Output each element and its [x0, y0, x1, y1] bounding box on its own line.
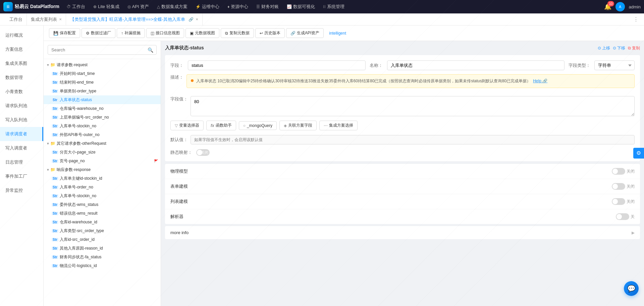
- breadcrumb-detail-close[interactable]: ✕: [196, 17, 198, 21]
- func-helper-button[interactable]: fx 函数助手: [206, 121, 236, 130]
- tree-node-end-time[interactable]: Str 结束时间-end_time: [44, 78, 161, 87]
- sidebar-write-scheduler-label: 写入调度者: [5, 145, 27, 151]
- sidebar-item-xiaoming[interactable]: 小青查数: [0, 85, 43, 99]
- breadcrumb-solution-close[interactable]: ✕: [59, 17, 62, 21]
- parser-toggle[interactable]: [616, 213, 629, 220]
- breadcrumb-solution-list[interactable]: 集成方案列表 ✕: [27, 13, 66, 26]
- remedy-button[interactable]: ↑ 补漏措施: [117, 28, 145, 38]
- tree-node-start-time[interactable]: Str 开始时间-start_time: [44, 69, 161, 78]
- nav-ops[interactable]: ⚡ 运维中心: [192, 2, 223, 11]
- move-up-button[interactable]: ⊙ 上移: [598, 45, 610, 51]
- nav-lite-label: Lite 轻集成: [98, 4, 119, 10]
- sidebar-item-run-overview[interactable]: 运行概况: [0, 28, 43, 42]
- user-avatar[interactable]: A: [615, 2, 625, 11]
- nav-workbench[interactable]: ⏱ 工作台: [63, 2, 89, 11]
- tree-node-status[interactable]: Str 入库单状态-status: [44, 95, 161, 104]
- action-chips-row: ▽ 变量选择器 fx 函数助手 ○ _mongoQuery ◈: [170, 121, 635, 130]
- sidebar-item-req-scheduler[interactable]: 请求调度者: [0, 127, 43, 141]
- sidebar-item-write-scheduler[interactable]: 写入调度者: [0, 141, 43, 155]
- more-info-label: more info: [170, 230, 189, 235]
- tree-node-req-params[interactable]: ▼ 📁 请求参数-request: [44, 60, 161, 69]
- tree-node-stockin-id[interactable]: Str 入库单主键id-stockin_id: [44, 174, 161, 183]
- more-tabs-icon[interactable]: ⋮: [633, 16, 639, 23]
- copy-data-button[interactable]: ⧉ 复制元数据: [221, 28, 254, 38]
- tree-node-other-req[interactable]: ▼ 📁 其它请求参数-otherRequest: [44, 139, 161, 148]
- field-value-textarea[interactable]: 80: [191, 96, 635, 116]
- physical-model-toggle[interactable]: [612, 168, 625, 175]
- str-badge-logistics-id: Str: [52, 264, 58, 268]
- help-link[interactable]: Help 🔗: [533, 79, 547, 83]
- tree-node-warehouse-no[interactable]: Str 仓库编号-warehouse_no: [44, 104, 161, 113]
- sidebar-item-log-mgmt[interactable]: 日志管理: [0, 155, 43, 169]
- field-value-area: 80: [191, 96, 635, 117]
- field-name-input[interactable]: [387, 60, 565, 70]
- intelligent-button[interactable]: intelligent: [325, 29, 350, 37]
- str-badge-page-size: Str: [52, 150, 58, 154]
- tree-label-warehouse-no: 仓库编号-warehouse_no: [60, 106, 158, 112]
- tree-node-logistics-id[interactable]: Str 物流公司-logistics_id: [44, 261, 161, 270]
- static-map-toggle[interactable]: 关闭: [196, 149, 210, 156]
- meta-view-button[interactable]: ▣ 元数据视图: [185, 28, 219, 38]
- chat-fab[interactable]: 💬: [624, 281, 639, 296]
- tree-node-warehouse-id[interactable]: Str 仓库id-warehouse_id: [44, 218, 161, 226]
- lite-icon: ⊕: [93, 4, 97, 9]
- nav-lite[interactable]: ⊕ Lite 轻集成: [90, 2, 123, 11]
- sidebar-item-write-queue[interactable]: 写入队列池: [0, 113, 43, 127]
- notification-bell[interactable]: 🔔 10: [604, 3, 611, 10]
- default-value-input[interactable]: [191, 135, 635, 144]
- tree-node-fa-status[interactable]: Str 财务同步状态-fa_status: [44, 253, 161, 261]
- nav-data-collect[interactable]: △ 数据集成方案: [154, 2, 191, 11]
- tree-node-src-order-no[interactable]: Str 上层单据编号-src_order_no: [44, 113, 161, 122]
- sidebar-item-req-queue[interactable]: 请求队列池: [0, 99, 43, 113]
- gear-fab[interactable]: ⚙: [633, 148, 644, 159]
- form-model-toggle[interactable]: [612, 183, 625, 190]
- solution-picker-button[interactable]: ⋯ 集成方案选择: [319, 121, 358, 130]
- content-area: 💾 保存配置 ⚙ 数据过滤厂 ↑ 补漏措施 ◫ 接口信息视图 ▣ 元数据视图 ⧉: [44, 26, 644, 306]
- related-field-button[interactable]: ◈ 关联方案字段: [279, 121, 317, 130]
- move-down-button[interactable]: ⊙ 下移: [613, 45, 625, 51]
- list-model-toggle[interactable]: [612, 198, 625, 205]
- tree-node-src-order-id[interactable]: Str 入库id-src_order_id: [44, 235, 161, 244]
- sidebar-item-error-monitor[interactable]: 异常监控: [0, 183, 43, 198]
- breadcrumb-detail[interactable]: 【类型退货预入库】旺店通-入库单管理==>全蝶-其他入库单 🔗 ✕: [66, 13, 203, 26]
- save-config-button[interactable]: 💾 保存配置: [49, 28, 80, 38]
- nav-api[interactable]: ◎ API 资产: [124, 2, 153, 11]
- tree-node-response[interactable]: ▼ 📁 响应参数-response: [44, 165, 161, 174]
- tree-node-reason-id[interactable]: Str 其他入库原因-reason_id: [44, 244, 161, 253]
- nav-resource[interactable]: ♦ 资源中心: [224, 2, 252, 11]
- copy-field-button[interactable]: ⧉ 复制: [628, 45, 640, 51]
- field-value-input[interactable]: [188, 60, 366, 70]
- tree-node-stockin-no2[interactable]: Str 入库单号-stockin_no: [44, 191, 161, 200]
- copy-field-label: 复制: [632, 45, 640, 51]
- more-info-row[interactable]: more info ▶: [165, 226, 640, 239]
- nav-finance[interactable]: ☰ 财务对账: [253, 2, 282, 11]
- sidebar-item-event-factory[interactable]: 事件加工厂: [0, 169, 43, 183]
- field-type-select[interactable]: 字符串 整数 小数 布尔 日期 对象 数组: [594, 60, 635, 70]
- sidebar-item-plan-info[interactable]: 方案信息: [0, 42, 43, 56]
- var-selector-button[interactable]: ▽ 变量选择器: [170, 121, 204, 130]
- data-filter-button[interactable]: ⚙ 数据过滤厂: [82, 28, 115, 38]
- tree-node-outer-no[interactable]: Str 外部API单号-outer_no: [44, 130, 161, 139]
- tree-node-page-no[interactable]: Str 页号-page_no 🚩: [44, 157, 161, 165]
- tree-label-stockin-no2: 入库单号-stockin_no: [60, 193, 158, 199]
- nav-viz[interactable]: 📈 数据可视化: [283, 2, 318, 11]
- tree-node-wms-status[interactable]: Str 委外状态-wms_status: [44, 200, 161, 209]
- gen-api-button[interactable]: 🔗 生成API资产: [286, 28, 324, 38]
- tree-node-wms-result[interactable]: Str 错误信息-wms_result: [44, 209, 161, 218]
- sidebar-item-integration-view[interactable]: 集成关系图: [0, 56, 43, 71]
- tree-node-order-type[interactable]: Str 单据类别-order_type: [44, 87, 161, 95]
- mongo-query-button[interactable]: ○ _mongoQuery: [239, 121, 277, 130]
- tree-node-page-size[interactable]: Str 分页大小-page_size: [44, 148, 161, 157]
- tree-node-stockin-no[interactable]: Str 入库单号-stockin_no: [44, 122, 161, 130]
- history-button[interactable]: ↩ 历史版本: [255, 28, 285, 38]
- tree-node-order-no[interactable]: Str 入库单号-order_no: [44, 183, 161, 191]
- tree-label-page-size: 分页大小-page_size: [60, 149, 158, 155]
- sidebar-item-data-mgmt[interactable]: 数据管理: [0, 71, 43, 85]
- search-input[interactable]: [48, 45, 157, 55]
- meta-icon: ▣: [190, 31, 194, 36]
- nav-sys[interactable]: ⁞⁞ 系统管理: [320, 2, 348, 11]
- breadcrumb-workbench[interactable]: 工作台: [5, 13, 27, 26]
- tree-node-src-order-type[interactable]: Str 入库类型-src_order_type: [44, 226, 161, 235]
- app-logo[interactable]: 云 轻易云 DataPlatform: [3, 2, 59, 11]
- interface-view-button[interactable]: ◫ 接口信息视图: [146, 28, 184, 38]
